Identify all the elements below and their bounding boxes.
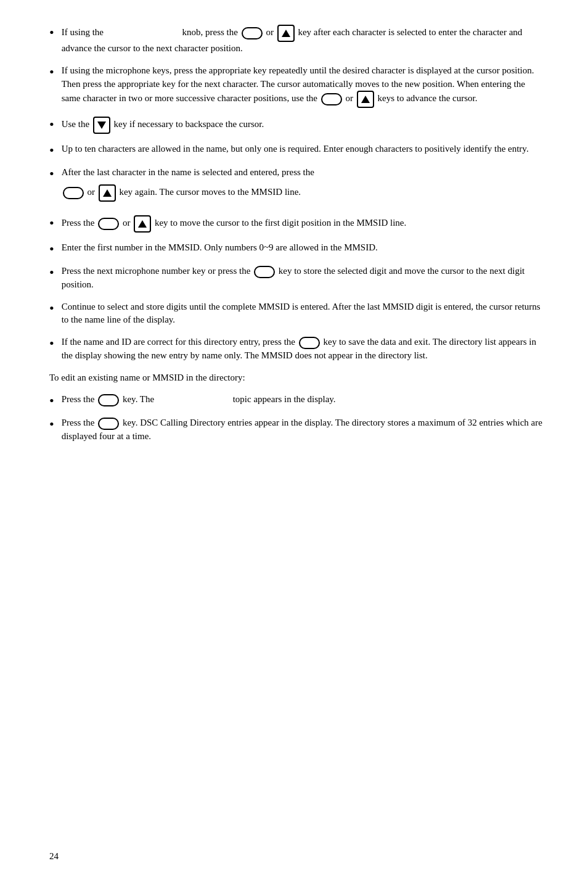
text-b4: Up to ten characters are allowed in the … <box>62 144 529 154</box>
list-item: • Press the next microphone number key o… <box>49 265 545 292</box>
list-item: • Continue to select and store digits un… <box>49 300 545 328</box>
bullet-7: • <box>49 242 54 256</box>
text-b6a: Press the <box>62 218 97 228</box>
text-b1c: or <box>264 27 276 37</box>
edit-intro: To edit an existing name or MMSID in the… <box>49 371 545 385</box>
list-item: • If using the knob, press the or key af… <box>49 25 545 56</box>
text-e1a: Press the <box>62 394 97 404</box>
list-item: • Use the key if necessary to backspace … <box>49 117 545 134</box>
text-b6b: or <box>120 218 133 228</box>
text-b1a: If using the <box>62 27 106 37</box>
page-number: 24 <box>49 850 59 863</box>
bullet-e1: • <box>49 394 54 408</box>
li-content-1: If using the knob, press the or key afte… <box>62 25 545 56</box>
text-b3b: key if necessary to backspace the cursor… <box>112 120 264 130</box>
list-item: • Press the key. The topic appears in th… <box>49 393 545 408</box>
list-item: • Press the or key to move the cursor to… <box>49 215 545 233</box>
key-oval-b8 <box>254 266 275 278</box>
text-b3a: Use the <box>62 120 92 130</box>
key-oval-e1 <box>98 394 119 406</box>
key-oval-b10 <box>299 337 320 349</box>
bullet-10: • <box>49 337 54 350</box>
text-e2a: Press the <box>62 418 97 427</box>
text-e1b: key. The <box>120 394 157 404</box>
li-content-9: Continue to select and store digits unti… <box>62 300 545 328</box>
key-oval-b2 <box>321 93 342 105</box>
li-content-e2: Press the key. DSC Calling Directory ent… <box>62 416 545 443</box>
text-b9: Continue to select and store digits unti… <box>62 302 541 325</box>
li-content-e1: Press the key. The topic appears in the … <box>62 393 545 406</box>
key-oval-b5 <box>63 187 84 199</box>
key-up-b5 <box>99 184 116 202</box>
key-up-b2 <box>357 91 374 108</box>
text-b7: Enter the first number in the MMSID. Onl… <box>62 242 378 252</box>
bullet-e2: • <box>49 418 54 431</box>
bullet-2: • <box>49 65 54 79</box>
list-item: • Up to ten characters are allowed in th… <box>49 142 545 157</box>
li-content-4: Up to ten characters are allowed in the … <box>62 142 545 156</box>
edit-list: • Press the key. The topic appears in th… <box>49 393 545 443</box>
main-content: • If using the knob, press the or key af… <box>49 25 545 443</box>
text-b10a: If the name and ID are correct for this … <box>62 337 298 347</box>
list-item: • After the last character in the name i… <box>49 166 545 207</box>
bullet-6: • <box>49 216 54 230</box>
text-b1b: knob, press the <box>180 27 240 37</box>
list-item: • If the name and ID are correct for thi… <box>49 336 545 363</box>
text-b5c: key again. The cursor moves to the MMSID… <box>117 187 301 197</box>
li-content-6: Press the or key to move the cursor to t… <box>62 215 545 233</box>
text-b5b: or <box>85 187 97 197</box>
list-item: • Press the key. DSC Calling Directory e… <box>49 416 545 443</box>
key-oval-e2 <box>98 418 119 430</box>
key-up-b6 <box>134 215 151 233</box>
bullet-8: • <box>49 266 54 279</box>
bullet-9: • <box>49 302 54 315</box>
bullet-5: • <box>49 167 54 181</box>
li-content-2: If using the microphone keys, press the … <box>62 64 545 109</box>
text-b6c: key to move the cursor to the first digi… <box>152 218 406 228</box>
text-b8a: Press the next microphone number key or … <box>62 266 253 276</box>
li-content-7: Enter the first number in the MMSID. Onl… <box>62 241 545 255</box>
key-oval-b6a <box>98 218 119 230</box>
bullet-4: • <box>49 144 54 157</box>
list-item: • Enter the first number in the MMSID. O… <box>49 241 545 256</box>
text-e2b: key. DSC Calling Directory entries appea… <box>62 418 542 441</box>
main-list: • If using the knob, press the or key af… <box>49 25 545 363</box>
bullet-1: • <box>49 26 54 39</box>
text-b2b: or <box>343 94 356 104</box>
li-content-10: If the name and ID are correct for this … <box>62 336 545 363</box>
list-item: • If using the microphone keys, press th… <box>49 64 545 109</box>
li-content-5: After the last character in the name is … <box>62 166 545 207</box>
text-e1c: topic appears in the display. <box>231 394 336 404</box>
li-content-3: Use the key if necessary to backspace th… <box>62 117 545 134</box>
text-b5a: After the last character in the name is … <box>62 167 314 177</box>
key-oval-b1 <box>242 27 263 39</box>
bullet-3: • <box>49 118 54 131</box>
li-content-8: Press the next microphone number key or … <box>62 265 545 292</box>
key-down-b3 <box>93 117 110 134</box>
text-b2c: keys to advance the cursor. <box>375 94 478 104</box>
key-up-b1 <box>277 25 295 42</box>
